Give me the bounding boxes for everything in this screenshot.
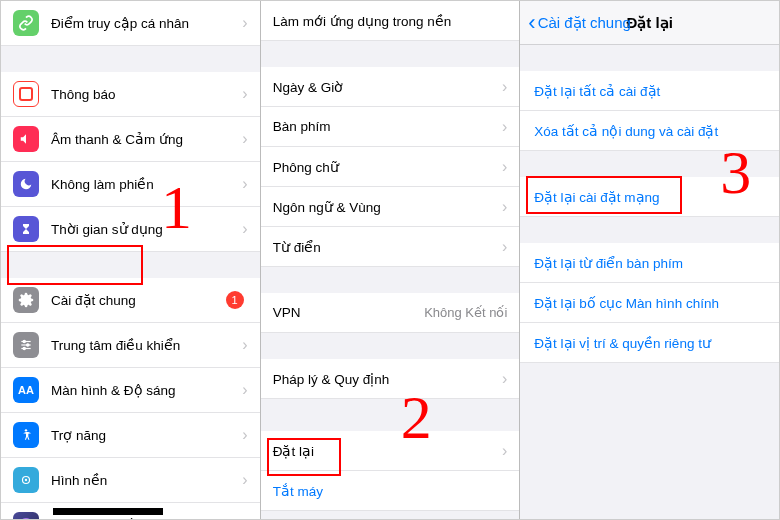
svg-point-5	[27, 344, 29, 346]
row-sounds[interactable]: Âm thanh & Cảm ứng ›	[1, 117, 260, 162]
row-reset-network[interactable]: Đặt lại cài đặt mạng	[520, 177, 779, 217]
row-reset[interactable]: Đặt lại›	[261, 431, 520, 471]
label: Thông báo	[51, 87, 236, 102]
gear-icon	[13, 287, 39, 313]
row-shutdown[interactable]: Tắt máy	[261, 471, 520, 511]
label: Ngày & Giờ	[273, 79, 496, 95]
chevron-right-icon: ›	[236, 14, 247, 32]
chevron-right-icon: ›	[236, 516, 247, 519]
chevron-right-icon: ›	[236, 85, 247, 103]
settings-root-pane: Điểm truy cập cá nhân › Thông báo › Âm t…	[1, 1, 261, 519]
label: Từ điển	[273, 239, 496, 255]
label: Phông chữ	[273, 159, 496, 175]
nav-header: ‹ Cài đặt chung Đặt lại	[520, 1, 779, 45]
row-dnd[interactable]: Không làm phiền ›	[1, 162, 260, 207]
row-fonts[interactable]: Phông chữ›	[261, 147, 520, 187]
label: Trung tâm điều khiển	[51, 337, 236, 353]
label: Đặt lại	[273, 443, 496, 459]
svg-point-9	[25, 479, 27, 481]
badge: 1	[226, 291, 244, 309]
display-icon: AA	[13, 377, 39, 403]
row-language[interactable]: Ngôn ngữ & Vùng›	[261, 187, 520, 227]
label: Làm mới ứng dụng trong nền	[273, 13, 508, 29]
row-screentime[interactable]: Thời gian sử dụng ›	[1, 207, 260, 252]
label: Đặt lại tất cả cài đặt	[534, 83, 660, 99]
hourglass-icon	[13, 216, 39, 242]
chevron-right-icon: ›	[236, 426, 247, 444]
label: VPN	[273, 305, 418, 320]
general-pane: Làm mới ứng dụng trong nền Ngày & Giờ› B…	[261, 1, 521, 519]
row-accessibility[interactable]: Trợ năng ›	[1, 413, 260, 458]
accessibility-icon	[13, 422, 39, 448]
row-wallpaper[interactable]: Hình nền ›	[1, 458, 260, 503]
chevron-right-icon: ›	[236, 471, 247, 489]
row-legal[interactable]: Pháp lý & Quy định›	[261, 359, 520, 399]
label: Thời gian sử dụng	[51, 221, 236, 237]
row-reset-keyboard-dict[interactable]: Đặt lại từ điển bàn phím	[520, 243, 779, 283]
row-display[interactable]: AA Màn hình & Độ sáng ›	[1, 368, 260, 413]
label: Hình nền	[51, 472, 236, 488]
chevron-right-icon: ›	[496, 238, 507, 256]
label: Đặt lại bố cục Màn hình chính	[534, 295, 719, 311]
row-date-time[interactable]: Ngày & Giờ›	[261, 67, 520, 107]
row-general[interactable]: Cài đặt chung 1	[1, 278, 260, 323]
label: Siri & Tìm kiếm	[51, 517, 236, 519]
label: Màn hình & Độ sáng	[51, 382, 236, 398]
chevron-right-icon: ›	[236, 336, 247, 354]
chevron-right-icon: ›	[496, 78, 507, 96]
row-control-center[interactable]: Trung tâm điều khiển ›	[1, 323, 260, 368]
label: Xóa tất cả nội dung và cài đặt	[534, 123, 718, 139]
chevron-right-icon: ›	[496, 198, 507, 216]
row-background-refresh[interactable]: Làm mới ứng dụng trong nền	[261, 1, 520, 41]
sliders-icon	[13, 332, 39, 358]
siri-icon	[13, 512, 39, 519]
label: Không làm phiền	[51, 176, 236, 192]
chevron-right-icon: ›	[496, 118, 507, 136]
chevron-right-icon: ›	[496, 158, 507, 176]
row-personal-hotspot[interactable]: Điểm truy cập cá nhân ›	[1, 1, 260, 46]
row-dictionary[interactable]: Từ điển›	[261, 227, 520, 267]
row-keyboard[interactable]: Bàn phím›	[261, 107, 520, 147]
svg-point-7	[25, 429, 27, 431]
label: Trợ năng	[51, 427, 236, 443]
chevron-right-icon: ›	[236, 130, 247, 148]
row-reset-all-settings[interactable]: Đặt lại tất cả cài đặt	[520, 71, 779, 111]
row-reset-home-layout[interactable]: Đặt lại bố cục Màn hình chính	[520, 283, 779, 323]
label: Đặt lại vị trí & quyền riêng tư	[534, 335, 711, 351]
row-reset-location-privacy[interactable]: Đặt lại vị trí & quyền riêng tư	[520, 323, 779, 363]
redaction-bar	[53, 508, 163, 515]
label: Âm thanh & Cảm ứng	[51, 131, 236, 147]
wallpaper-icon	[13, 467, 39, 493]
chevron-left-icon: ‹	[528, 12, 535, 34]
moon-icon	[13, 171, 39, 197]
svg-point-4	[23, 340, 25, 342]
label: Tắt máy	[273, 483, 508, 499]
chevron-right-icon: ›	[496, 442, 507, 460]
row-vpn[interactable]: VPN Không Kết nối	[261, 293, 520, 333]
chevron-right-icon: ›	[236, 381, 247, 399]
link-icon	[13, 10, 39, 36]
label: Ngôn ngữ & Vùng	[273, 199, 496, 215]
label: Pháp lý & Quy định	[273, 371, 496, 387]
chevron-right-icon: ›	[496, 370, 507, 388]
reset-pane: ‹ Cài đặt chung Đặt lại Đặt lại tất cả c…	[520, 1, 779, 519]
chevron-right-icon: ›	[236, 220, 247, 238]
chevron-right-icon: ›	[236, 175, 247, 193]
back-label: Cài đặt chung	[538, 14, 631, 32]
vpn-status: Không Kết nối	[418, 305, 507, 320]
label: Điểm truy cập cá nhân	[51, 15, 236, 31]
label: Đặt lại từ điển bàn phím	[534, 255, 683, 271]
label: Cài đặt chung	[51, 292, 226, 308]
row-notifications[interactable]: Thông báo ›	[1, 72, 260, 117]
sound-icon	[13, 126, 39, 152]
svg-point-6	[23, 347, 25, 349]
label: Bàn phím	[273, 119, 496, 134]
back-button[interactable]: ‹ Cài đặt chung	[528, 12, 631, 34]
notification-icon	[13, 81, 39, 107]
label: Đặt lại cài đặt mạng	[534, 189, 659, 205]
row-erase-all[interactable]: Xóa tất cả nội dung và cài đặt	[520, 111, 779, 151]
